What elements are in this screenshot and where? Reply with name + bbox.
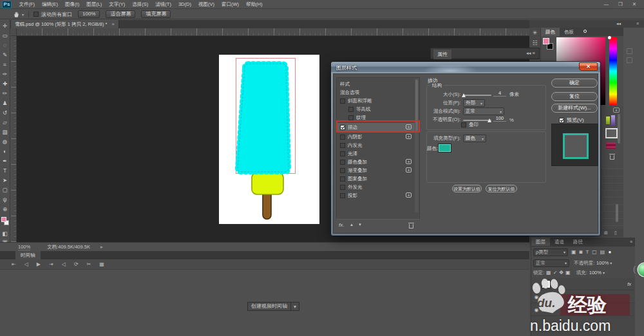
minimize-button[interactable]: — [603,0,609,8]
properties-bar-icons[interactable]: ◂◂ ≡ [526,50,535,56]
stroke-color-swatch[interactable] [438,144,451,153]
filter-smart-icon[interactable]: ▤ [600,249,605,255]
styles-panel-icon[interactable]: ☷ [531,39,539,48]
style-item-内阴影[interactable]: 内阴影+ [337,133,415,141]
status-zoom-level[interactable]: 100% [18,244,30,250]
unchecked-checkbox[interactable] [348,115,354,120]
overprint-checkbox[interactable] [461,122,466,127]
new-style-button[interactable]: 新建样式(W)... [551,104,598,113]
unchecked-checkbox[interactable] [340,135,345,140]
add-instance-icon[interactable]: + [406,167,412,173]
size-value[interactable]: 4 [493,90,506,97]
size-slider[interactable] [463,95,491,96]
timeline-control-7[interactable]: ▦ [99,261,104,267]
menu-item-4[interactable]: 文字(Y) [106,0,129,8]
blur-tool[interactable]: ◍ [0,138,10,146]
unchecked-checkbox[interactable] [348,107,354,112]
timeline-control-6[interactable]: ✂ [87,261,91,267]
unchecked-checkbox[interactable] [340,193,345,198]
timeline-control-0[interactable]: ⇤ [12,261,16,267]
lasso-tool[interactable]: ◌ [0,41,10,50]
gradient-preset-purple[interactable] [611,115,615,126]
menu-item-0[interactable]: 文件(F) [15,0,39,8]
list-scrollbar[interactable] [616,204,618,222]
blend-mode-dropdown[interactable]: 正常 ▾ [463,107,504,115]
foreground-color-chip[interactable] [1,217,6,222]
menu-item-10[interactable]: 帮助(H) [243,0,266,8]
style-item-颜色叠加[interactable]: 颜色叠加+ [337,158,415,166]
style-item-光泽[interactable]: 光泽 [337,149,415,158]
filter-type-icon[interactable]: T [585,249,589,255]
opacity-value[interactable]: 100 [493,115,506,122]
menu-item-5[interactable]: 选择(S) [129,0,152,8]
fx-icon[interactable]: fx. [339,222,344,228]
cancel-button[interactable]: 复位 [551,92,598,101]
fill-screen-button[interactable]: 填充屏幕 [141,10,171,18]
visibility-eye-icon[interactable]: ◉ [531,307,542,313]
quick-select-tool[interactable]: ✎ [0,51,10,59]
visibility-eye-icon[interactable]: ◉ [531,281,542,287]
menu-item-9[interactable]: 窗口(W) [218,0,242,8]
preset-scrollbar[interactable] [618,114,620,144]
style-item-外发光[interactable]: 外发光 [337,183,415,191]
lock-transparent-icon[interactable]: ▦ [546,270,551,275]
timeline-control-4[interactable]: ◁ [62,261,66,267]
gradient-tool[interactable]: ▨ [0,128,10,136]
lock-all-icon[interactable]: ▣ [565,270,571,275]
filter-adjustment-icon[interactable]: ◙ [580,249,583,255]
add-instance-icon[interactable]: + [406,134,412,139]
preset-frame[interactable] [605,128,618,138]
dialog-close-button[interactable]: ✕ [579,62,598,71]
filter-toggle-icon[interactable]: ● [608,249,611,255]
dodge-tool[interactable]: ◐ [0,147,10,156]
canvas[interactable] [219,55,319,224]
ok-button[interactable]: 确定 [551,79,598,88]
unchecked-checkbox[interactable] [340,151,345,156]
eyedropper-tool[interactable]: ✑ [0,70,10,79]
close-button[interactable]: ✕ [632,0,636,8]
collapse-dock-icon[interactable]: ◂◂ [616,21,621,26]
menu-item-6[interactable]: 滤镜(T) [152,0,175,8]
lock-pixels-icon[interactable]: ✓ [553,270,558,275]
menu-item-1[interactable]: 编辑(E) [39,0,62,8]
fill-type-dropdown[interactable]: 颜色 ▾ [463,135,486,142]
layer-row-1[interactable]: ◉效果 [531,291,635,303]
timeline-tab[interactable]: 时间轴 [15,251,41,259]
menu-item-8[interactable]: 视图(V) [194,0,218,8]
dock-menu-icon[interactable]: ≡ [636,21,639,26]
crop-tool[interactable]: ⌗ [0,61,10,69]
position-dropdown[interactable]: 外部 ▾ [463,99,485,107]
menu-item-2[interactable]: 图像(I) [62,0,83,8]
tab-color[interactable]: 颜色 [541,28,560,36]
unchecked-checkbox[interactable] [340,98,345,104]
delete-preset-icon[interactable] [609,154,615,160]
path-select-tool[interactable]: ➤ [0,176,10,185]
create-video-timeline-button[interactable]: 创建视频时间轴 [247,302,291,311]
reset-default-button[interactable]: 复位为默认值 [486,185,517,192]
opacity-value[interactable]: 100% [596,260,609,266]
tab-channels[interactable]: 通道 [550,238,569,246]
timeline-control-3[interactable]: ⇥ [49,261,53,267]
style-item-等高线[interactable]: 等高线 [337,105,415,113]
move-up-icon[interactable]: ▲ [350,223,354,227]
style-item-图案叠加[interactable]: 图案叠加 [337,174,415,183]
dialog-title-bar[interactable]: 图层样式 ✕ [331,62,600,72]
hand-tool[interactable]: ψ [0,196,10,204]
pen-tool[interactable]: ✒ [0,157,10,165]
move-tool[interactable]: ✛ [0,22,10,30]
styles-scrollbar[interactable] [415,79,419,212]
tab-layers[interactable]: 图层 [531,238,550,246]
visibility-eye-icon[interactable]: ◉ [531,294,542,300]
marquee-tool[interactable]: ▭ [0,32,10,40]
blend-mode-dropdown[interactable]: 正常 ▾ [533,259,569,267]
timeline-control-5[interactable]: ⟳ [74,261,79,267]
styles-list-header-0[interactable]: 样式 [337,80,415,88]
quick-mask-toggle[interactable]: ◧ [0,230,10,238]
hue-slider[interactable] [609,37,617,105]
zoom-100-button[interactable]: 100% [78,10,100,18]
layer-row-2[interactable]: ◉描边 [531,304,635,316]
menu-item-3[interactable]: 图层(L) [83,0,106,8]
brush-tool[interactable]: ✏ [0,89,10,98]
timeline-control-1[interactable]: ◁ [24,261,28,267]
scroll-all-windows-checkbox[interactable] [33,12,39,17]
